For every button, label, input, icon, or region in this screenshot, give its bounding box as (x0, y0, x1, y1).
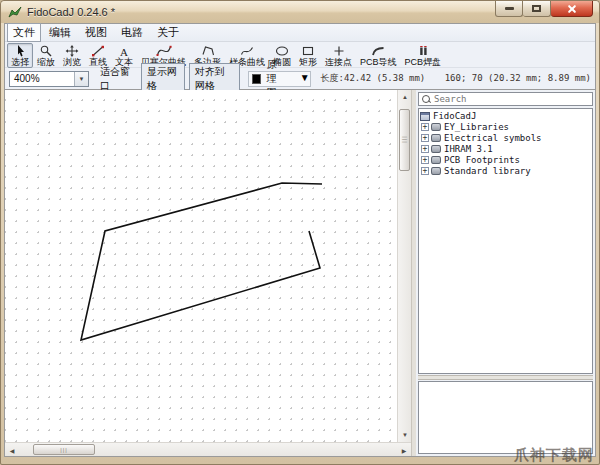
scroll-up-icon[interactable]: ▲ (398, 90, 412, 104)
tool-pan[interactable]: 浏览 (59, 43, 85, 68)
library-icon (431, 145, 441, 153)
tree-item[interactable]: + Standard library (420, 166, 591, 176)
expand-icon[interactable]: + (421, 123, 429, 131)
maximize-button[interactable] (523, 1, 551, 17)
library-icon (431, 167, 441, 175)
app-window: FidoCadJ 0.24.6 * 文件 编辑 视图 电路 关于 选择 (0, 0, 600, 465)
search-input[interactable] (434, 94, 589, 104)
tree-item-label: Electrical symbols (444, 133, 542, 143)
menu-about[interactable]: 关于 (151, 23, 185, 42)
horizontal-scroll-thumb[interactable]: ||| (33, 444, 95, 455)
vertical-scroll-track[interactable]: ||| (398, 104, 411, 428)
window-title: FidoCadJ 0.24.6 * (27, 6, 115, 18)
vertical-scroll-thumb[interactable]: ||| (399, 109, 410, 171)
tool-select[interactable]: 选择 (7, 43, 33, 68)
minimize-button[interactable] (495, 1, 523, 17)
menu-bar: 文件 编辑 视图 电路 关于 (5, 24, 595, 42)
library-icon (431, 156, 441, 164)
pcb-line-icon (371, 44, 385, 57)
minimize-icon (505, 7, 514, 10)
close-button[interactable] (551, 1, 593, 17)
drawing-canvas[interactable] (5, 90, 397, 442)
expand-icon[interactable]: + (421, 156, 429, 164)
layer-combobox[interactable]: 原理图 ▼ (248, 71, 310, 87)
tools-toolbar: 选择 缩放 浏览 直线 (5, 42, 595, 68)
length-readout: 长度:42.42 (5.38 mm) (321, 73, 426, 83)
menu-circuit[interactable]: 电路 (115, 23, 149, 42)
zoom-level-value: 400% (10, 73, 74, 84)
select-arrow-icon (13, 44, 27, 57)
tool-pcb-pad[interactable]: PCB焊盘 (401, 43, 446, 68)
tree-item[interactable]: + Electrical symbols (420, 133, 591, 143)
status-readout: 长度:42.42 (5.38 mm) 160; 70 (20.32 mm; 8.… (321, 72, 591, 85)
title-bar: FidoCadJ 0.24.6 * (1, 1, 599, 23)
rectangle-icon (301, 44, 315, 57)
chevron-down-icon[interactable]: ▼ (300, 72, 310, 86)
tree-item[interactable]: + IHRAM 3.1 (420, 144, 591, 154)
ellipse-icon (275, 44, 289, 57)
tool-connection[interactable]: 连接点 (321, 43, 356, 68)
pan-icon (65, 44, 79, 57)
tree-root-label: FidoCadJ (433, 111, 476, 121)
horizontal-scrollbar[interactable]: ◀ ||| ▶ (5, 442, 411, 456)
vertical-scrollbar[interactable]: ▲ ||| ▼ (397, 90, 411, 442)
chevron-down-icon[interactable]: ▼ (74, 72, 88, 86)
symbol-preview-panel (418, 381, 593, 454)
tree-root[interactable]: FidoCadJ (420, 111, 591, 121)
zoom-level-combobox[interactable]: 400% ▼ (9, 71, 89, 87)
horizontal-scroll-track[interactable]: ||| (19, 443, 397, 456)
library-tree: FidoCadJ + EY_Libraries + Electrical sym… (418, 108, 593, 374)
canvas-region: ▲ ||| ▼ ◀ ||| (5, 90, 411, 456)
scroll-down-icon[interactable]: ▼ (398, 428, 412, 442)
library-icon (431, 134, 441, 142)
tool-pcb-line[interactable]: PCB导线 (356, 43, 401, 68)
expand-icon[interactable]: + (421, 134, 429, 142)
tree-item-label: EY_Libraries (444, 122, 509, 132)
maximize-icon (532, 5, 541, 12)
layer-color-swatch (252, 74, 261, 84)
fit-window-button[interactable]: 适合窗口 (95, 64, 137, 94)
connection-icon (332, 44, 346, 57)
view-toolbar: 400% ▼ 适合窗口 显示网格 对齐到网格 原理图 ▼ 长度:42.42 (5… (5, 68, 595, 90)
line-icon (91, 44, 105, 57)
pcb-pad-icon (416, 44, 430, 57)
bezier-icon (156, 44, 172, 57)
tree-item-label: IHRAM 3.1 (444, 144, 493, 154)
tree-item[interactable]: + EY_Libraries (420, 122, 591, 132)
library-search[interactable] (418, 92, 593, 106)
expand-icon[interactable]: + (421, 167, 429, 175)
svg-text:A: A (120, 45, 128, 57)
scroll-right-icon[interactable]: ▶ (397, 443, 411, 457)
thumb-grip: ||| (60, 447, 68, 453)
drawing-layer (5, 90, 397, 446)
close-icon (567, 4, 577, 14)
menu-file[interactable]: 文件 (7, 23, 41, 42)
text-icon: A (117, 44, 131, 57)
polygon-icon (201, 44, 215, 57)
thumb-grip: ||| (402, 136, 408, 144)
library-icon (431, 123, 441, 131)
fidocadj-logo-icon (8, 6, 22, 19)
tool-zoom[interactable]: 缩放 (33, 43, 59, 68)
panel-splitter[interactable] (418, 375, 593, 380)
expand-icon[interactable]: + (421, 145, 429, 153)
menu-edit[interactable]: 编辑 (43, 23, 77, 42)
tree-item[interactable]: + PCB Footprints (420, 155, 591, 165)
polyline-object[interactable] (81, 183, 322, 340)
menu-view[interactable]: 视图 (79, 23, 113, 42)
library-panel: FidoCadJ + EY_Libraries + Electrical sym… (416, 90, 595, 456)
spline-icon (240, 44, 254, 57)
search-icon (422, 95, 431, 104)
tree-item-label: Standard library (444, 166, 531, 176)
coords-readout: 160; 70 (20.32 mm; 8.89 mm) (445, 73, 591, 83)
app-tree-icon (420, 112, 430, 121)
tree-item-label: PCB Footprints (444, 155, 520, 165)
zoom-icon (39, 44, 53, 57)
watermark-text: 爪神下载网 (514, 446, 594, 465)
